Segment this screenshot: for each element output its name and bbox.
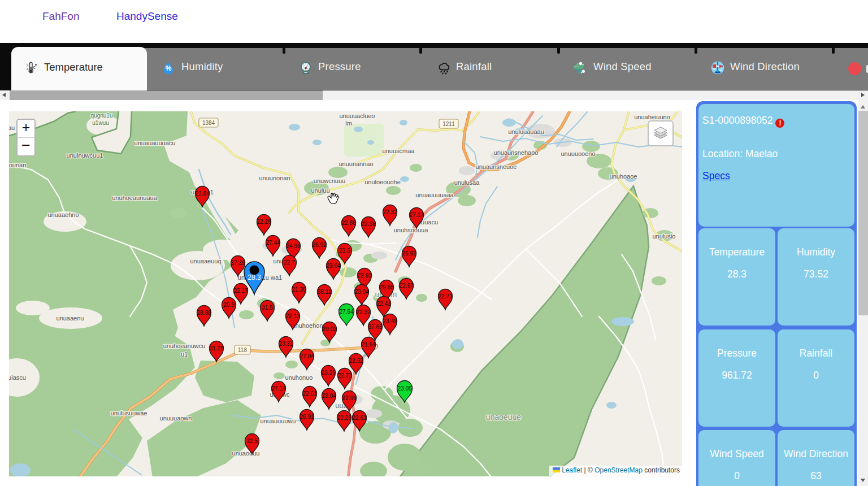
- svg-text:unuunonan: unuunonan: [259, 175, 290, 181]
- svg-text:unuaaenu: unuaaenu: [57, 315, 84, 322]
- svg-text:unulusuuwae: unulusuuwae: [111, 410, 147, 416]
- svg-text:22.17: 22.17: [233, 288, 248, 294]
- svg-text:unuunannao: unuunannao: [338, 160, 373, 167]
- svg-text:22.41: 22.41: [376, 301, 390, 307]
- svg-text:unuhoaoe: unuhoaoe: [610, 173, 637, 180]
- svg-text:unuaoouu: unuaoouu: [232, 450, 260, 457]
- svg-text:qugnu1u: qugnu1u: [91, 112, 113, 119]
- svg-text:unuaheiuuno: unuaheiuuno: [634, 114, 670, 120]
- svg-text:26.91: 26.91: [300, 414, 314, 420]
- svg-text:22.84: 22.84: [195, 190, 209, 197]
- svg-text:29.03: 29.03: [322, 326, 336, 332]
- svg-text:28.88: 28.88: [197, 310, 211, 316]
- svg-text:23.49: 23.49: [383, 318, 397, 324]
- svg-text:unuauuuuwu: unuauuuuwu: [260, 418, 296, 424]
- svg-text:unuauuuuaaa: unuauuuuaaa: [415, 192, 454, 198]
- svg-text:22.13: 22.13: [285, 313, 300, 319]
- svg-text:22.6: 22.6: [339, 248, 350, 254]
- svg-text:20.9: 20.9: [223, 302, 235, 308]
- svg-text:unuloeouohe: unuloeouohe: [364, 179, 401, 185]
- svg-text:unuaunsnehaoo: unuaunsnehaoo: [494, 149, 539, 156]
- svg-text:au: au: [9, 124, 15, 131]
- svg-text:uiascu: uiascu: [9, 374, 26, 381]
- svg-text:unuauauuuacu: unuauauuuacu: [134, 140, 176, 146]
- svg-text:unulnuwcuu1: unulnuwcuu1: [67, 152, 103, 159]
- svg-text:unuhoeanuwcu: unuhoeanuwcu: [163, 342, 206, 349]
- svg-text:26.92: 26.92: [312, 242, 326, 248]
- svg-text:lm: lm: [345, 120, 352, 127]
- svg-text:22.32: 22.32: [383, 209, 397, 215]
- svg-text:27.04: 27.04: [300, 353, 314, 359]
- svg-text:unuhonuo: unuhonuo: [285, 374, 313, 381]
- svg-text:22.32: 22.32: [356, 309, 370, 315]
- svg-text:23.04: 23.04: [326, 263, 340, 269]
- svg-text:22.01: 22.01: [302, 390, 316, 397]
- svg-text:22.96: 22.96: [342, 395, 356, 401]
- svg-text:unuhoeaunuaua: unuhoeaunuaua: [112, 194, 157, 201]
- svg-text:unuuuaown: unuuuaown: [160, 415, 192, 422]
- svg-text:22.61: 22.61: [352, 415, 366, 421]
- svg-text:22.73: 22.73: [337, 372, 351, 379]
- svg-text:unulusio: unulusio: [653, 233, 676, 240]
- svg-text:24.96: 24.96: [286, 243, 300, 249]
- svg-text:29.85: 29.85: [379, 284, 393, 290]
- svg-text:23.05: 23.05: [397, 385, 411, 392]
- svg-text:unuhsoouua: unuhsoouua: [394, 227, 428, 233]
- svg-text:unuaaeuuq: unuaaeuuq: [190, 258, 221, 264]
- svg-text:31.28: 31.28: [209, 345, 223, 352]
- svg-text:unuwcnuuu: unuwcnuuu: [314, 177, 345, 184]
- svg-text:unuluuauaau: unuluuauaau: [508, 128, 544, 135]
- svg-text:u1: u1: [181, 351, 188, 358]
- svg-text:22.29: 22.29: [257, 219, 271, 225]
- svg-text:22.5: 22.5: [246, 438, 258, 444]
- svg-text:22.7: 22.7: [284, 259, 295, 266]
- svg-text:23.04: 23.04: [322, 393, 336, 399]
- svg-text:unuaunsneuoe: unuaunsneuoe: [476, 163, 517, 170]
- svg-text:unuuscmaa: unuuscmaa: [383, 147, 415, 154]
- svg-text:22.92: 22.92: [349, 358, 363, 364]
- svg-text:23.04: 23.04: [354, 289, 368, 295]
- svg-text:unuuuooeno: unuuuooeno: [561, 150, 595, 157]
- svg-text:27.54: 27.54: [339, 309, 353, 315]
- svg-text:38.11: 38.11: [318, 289, 332, 295]
- svg-text:1211: 1211: [442, 121, 455, 127]
- svg-text:unuuuaclueo: unuuuaclueo: [339, 112, 375, 119]
- svg-text:27.14: 27.14: [271, 385, 285, 392]
- svg-text:23.31: 23.31: [279, 341, 293, 347]
- svg-text:22.29: 22.29: [337, 415, 351, 421]
- svg-text:unuluu: unuluu: [311, 187, 329, 194]
- svg-text:unaoeuue: unaoeuue: [486, 413, 522, 422]
- svg-text:27.44: 27.44: [266, 240, 280, 246]
- svg-text:%: %: [166, 64, 172, 72]
- svg-text:22.97: 22.97: [399, 283, 413, 289]
- svg-text:37.66: 37.66: [368, 324, 382, 330]
- svg-text:118: 118: [238, 347, 247, 353]
- svg-text:28.3: 28.3: [248, 274, 261, 281]
- svg-text:22.36: 22.36: [361, 221, 375, 227]
- svg-text:unuaaehno: unuaaehno: [47, 211, 79, 218]
- svg-text:22.71: 22.71: [438, 293, 452, 300]
- svg-text:u1wuu: u1wuu: [92, 120, 108, 126]
- svg-text:1384: 1384: [202, 120, 215, 126]
- svg-text:22.93: 22.93: [357, 272, 371, 279]
- svg-text:31.5: 31.5: [262, 305, 273, 311]
- svg-text:21.64: 21.64: [361, 341, 375, 348]
- svg-text:26.92: 26.92: [402, 250, 416, 257]
- svg-text:ounan: ounan: [9, 162, 26, 168]
- svg-text:unulusaa: unulusaa: [454, 179, 480, 186]
- svg-text:27.17: 27.17: [409, 212, 423, 218]
- svg-text:21.35: 21.35: [292, 287, 306, 293]
- svg-text:23.25: 23.25: [321, 370, 335, 376]
- svg-text:22.86: 22.86: [341, 220, 355, 226]
- svg-text:37.39: 37.39: [231, 260, 245, 266]
